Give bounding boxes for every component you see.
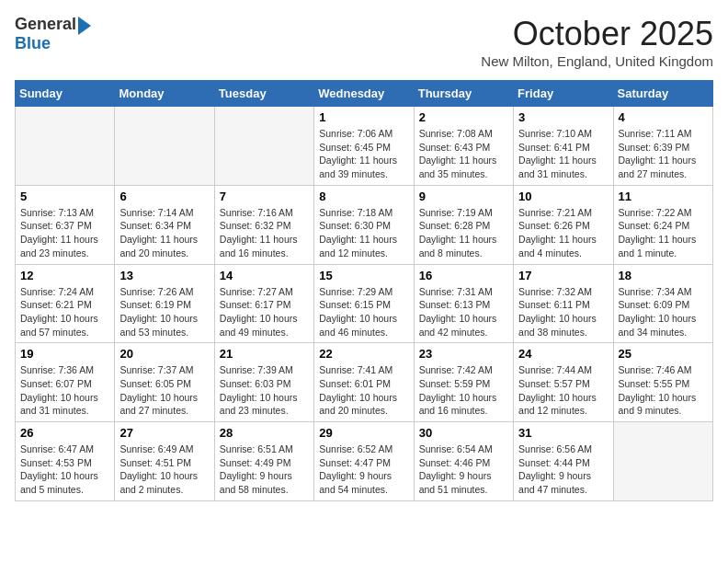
calendar-cell: 21Sunrise: 7:39 AM Sunset: 6:03 PM Dayli…: [214, 343, 313, 422]
day-info: Sunrise: 7:16 AM Sunset: 6:32 PM Dayligh…: [220, 206, 309, 260]
calendar-cell: 1Sunrise: 7:06 AM Sunset: 6:45 PM Daylig…: [314, 107, 414, 186]
calendar-cell: 20Sunrise: 7:37 AM Sunset: 6:05 PM Dayli…: [115, 343, 214, 422]
day-number: 24: [518, 347, 608, 361]
location: New Milton, England, United Kingdom: [481, 53, 713, 69]
day-of-week-header: Wednesday: [314, 81, 414, 107]
day-info: Sunrise: 7:36 AM Sunset: 6:07 PM Dayligh…: [20, 363, 109, 418]
day-number: 22: [319, 347, 408, 361]
calendar-cell: 22Sunrise: 7:41 AM Sunset: 6:01 PM Dayli…: [314, 343, 414, 422]
day-number: 16: [419, 269, 508, 282]
day-info: Sunrise: 6:47 AM Sunset: 4:53 PM Dayligh…: [20, 442, 109, 497]
day-number: 18: [619, 269, 708, 282]
day-number: 15: [319, 269, 408, 282]
calendar-cell: 6Sunrise: 7:14 AM Sunset: 6:34 PM Daylig…: [115, 185, 214, 264]
day-number: 1: [319, 110, 408, 124]
day-number: 31: [518, 426, 608, 440]
calendar-cell: 24Sunrise: 7:44 AM Sunset: 5:57 PM Dayli…: [514, 343, 613, 422]
calendar-cell: 4Sunrise: 7:11 AM Sunset: 6:39 PM Daylig…: [613, 107, 712, 186]
day-number: 7: [220, 190, 309, 203]
day-of-week-header: Tuesday: [214, 81, 313, 107]
day-number: 8: [319, 190, 408, 203]
day-info: Sunrise: 7:21 AM Sunset: 6:26 PM Dayligh…: [518, 206, 608, 260]
day-info: Sunrise: 7:13 AM Sunset: 6:37 PM Dayligh…: [20, 206, 109, 260]
calendar-cell: 9Sunrise: 7:19 AM Sunset: 6:28 PM Daylig…: [414, 185, 513, 264]
calendar-cell: 19Sunrise: 7:36 AM Sunset: 6:07 PM Dayli…: [16, 343, 115, 422]
calendar-cell: 2Sunrise: 7:08 AM Sunset: 6:43 PM Daylig…: [414, 107, 513, 186]
day-info: Sunrise: 6:49 AM Sunset: 4:51 PM Dayligh…: [119, 442, 209, 497]
calendar-cell: 27Sunrise: 6:49 AM Sunset: 4:51 PM Dayli…: [115, 422, 214, 501]
day-number: 23: [419, 347, 508, 361]
calendar-cell: 26Sunrise: 6:47 AM Sunset: 4:53 PM Dayli…: [16, 422, 115, 501]
day-of-week-header: Saturday: [613, 81, 712, 107]
logo-arrow-icon: [78, 17, 91, 35]
calendar-cell: 13Sunrise: 7:26 AM Sunset: 6:19 PM Dayli…: [115, 264, 214, 343]
calendar-cell: 11Sunrise: 7:22 AM Sunset: 6:24 PM Dayli…: [613, 185, 712, 264]
day-info: Sunrise: 6:56 AM Sunset: 4:44 PM Dayligh…: [518, 442, 608, 497]
calendar-cell: 7Sunrise: 7:16 AM Sunset: 6:32 PM Daylig…: [214, 185, 313, 264]
day-number: 5: [20, 190, 109, 203]
calendar-cell: 17Sunrise: 7:32 AM Sunset: 6:11 PM Dayli…: [514, 264, 613, 343]
day-number: 9: [419, 190, 508, 203]
day-number: 17: [518, 269, 608, 282]
day-info: Sunrise: 6:52 AM Sunset: 4:47 PM Dayligh…: [319, 442, 408, 497]
day-number: 14: [220, 269, 309, 282]
day-of-week-header: Sunday: [16, 81, 115, 107]
day-number: 2: [419, 110, 508, 124]
day-of-week-header: Thursday: [414, 81, 513, 107]
day-number: 29: [319, 426, 408, 440]
day-number: 20: [119, 347, 209, 361]
day-info: Sunrise: 7:19 AM Sunset: 6:28 PM Dayligh…: [419, 206, 508, 260]
calendar-cell: 30Sunrise: 6:54 AM Sunset: 4:46 PM Dayli…: [414, 422, 513, 501]
day-info: Sunrise: 7:46 AM Sunset: 5:55 PM Dayligh…: [619, 363, 708, 418]
day-number: 11: [619, 190, 708, 203]
calendar-week-row: 5Sunrise: 7:13 AM Sunset: 6:37 PM Daylig…: [16, 185, 713, 264]
day-info: Sunrise: 7:34 AM Sunset: 6:09 PM Dayligh…: [619, 285, 708, 339]
calendar-cell: [613, 422, 712, 501]
day-info: Sunrise: 7:41 AM Sunset: 6:01 PM Dayligh…: [319, 363, 408, 418]
day-info: Sunrise: 7:22 AM Sunset: 6:24 PM Dayligh…: [619, 206, 708, 260]
calendar-cell: [115, 107, 214, 186]
calendar-cell: 18Sunrise: 7:34 AM Sunset: 6:09 PM Dayli…: [613, 264, 712, 343]
calendar-cell: 31Sunrise: 6:56 AM Sunset: 4:44 PM Dayli…: [514, 422, 613, 501]
day-info: Sunrise: 7:32 AM Sunset: 6:11 PM Dayligh…: [518, 285, 608, 339]
day-info: Sunrise: 6:51 AM Sunset: 4:49 PM Dayligh…: [220, 442, 309, 497]
calendar-cell: 23Sunrise: 7:42 AM Sunset: 5:59 PM Dayli…: [414, 343, 513, 422]
logo-general: General: [15, 16, 76, 34]
day-info: Sunrise: 7:42 AM Sunset: 5:59 PM Dayligh…: [419, 363, 508, 418]
calendar-cell: [214, 107, 313, 186]
day-of-week-header: Monday: [115, 81, 214, 107]
day-number: 21: [220, 347, 309, 361]
day-info: Sunrise: 7:18 AM Sunset: 6:30 PM Dayligh…: [319, 206, 408, 260]
calendar-cell: 3Sunrise: 7:10 AM Sunset: 6:41 PM Daylig…: [514, 107, 613, 186]
day-info: Sunrise: 7:08 AM Sunset: 6:43 PM Dayligh…: [419, 127, 508, 181]
day-info: Sunrise: 7:24 AM Sunset: 6:21 PM Dayligh…: [20, 285, 109, 339]
day-number: 10: [518, 190, 608, 203]
day-number: 13: [119, 269, 209, 282]
day-number: 25: [619, 347, 708, 361]
day-info: Sunrise: 7:39 AM Sunset: 6:03 PM Dayligh…: [220, 363, 309, 418]
day-info: Sunrise: 7:29 AM Sunset: 6:15 PM Dayligh…: [319, 285, 408, 339]
logo: General Blue: [15, 15, 91, 53]
day-number: 27: [119, 426, 209, 440]
calendar-table: SundayMondayTuesdayWednesdayThursdayFrid…: [15, 80, 713, 501]
calendar-week-row: 12Sunrise: 7:24 AM Sunset: 6:21 PM Dayli…: [16, 264, 713, 343]
calendar-header-row: SundayMondayTuesdayWednesdayThursdayFrid…: [16, 81, 713, 107]
day-of-week-header: Friday: [514, 81, 613, 107]
day-number: 12: [20, 269, 109, 282]
day-number: 26: [20, 426, 109, 440]
day-number: 28: [220, 426, 309, 440]
day-number: 6: [119, 190, 209, 203]
day-info: Sunrise: 7:11 AM Sunset: 6:39 PM Dayligh…: [619, 127, 708, 181]
calendar-cell: 29Sunrise: 6:52 AM Sunset: 4:47 PM Dayli…: [314, 422, 414, 501]
day-info: Sunrise: 7:10 AM Sunset: 6:41 PM Dayligh…: [518, 127, 608, 181]
day-number: 3: [518, 110, 608, 124]
calendar-cell: 10Sunrise: 7:21 AM Sunset: 6:26 PM Dayli…: [514, 185, 613, 264]
day-number: 30: [419, 426, 508, 440]
calendar-cell: 16Sunrise: 7:31 AM Sunset: 6:13 PM Dayli…: [414, 264, 513, 343]
day-info: Sunrise: 6:54 AM Sunset: 4:46 PM Dayligh…: [419, 442, 508, 497]
day-info: Sunrise: 7:44 AM Sunset: 5:57 PM Dayligh…: [518, 363, 608, 418]
logo-blue: Blue: [15, 35, 51, 53]
calendar-cell: 12Sunrise: 7:24 AM Sunset: 6:21 PM Dayli…: [16, 264, 115, 343]
day-number: 4: [619, 110, 708, 124]
day-info: Sunrise: 7:26 AM Sunset: 6:19 PM Dayligh…: [119, 285, 209, 339]
